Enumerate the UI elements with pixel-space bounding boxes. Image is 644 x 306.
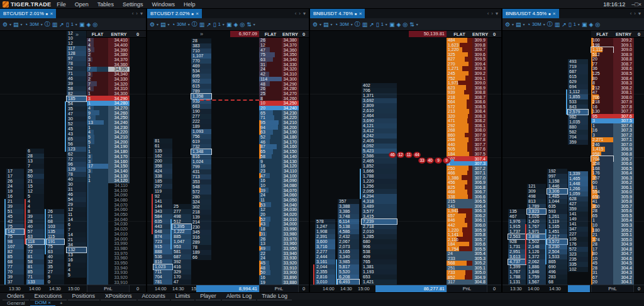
price-cell[interactable]: 34,220 [282,115,299,120]
price-cell[interactable]: 33,920 [108,275,130,280]
order-cell[interactable] [130,207,146,212]
order-cell[interactable] [487,85,501,90]
order-cell[interactable] [634,109,644,114]
order-cell[interactable] [487,137,501,142]
size-cell[interactable]: 246 [591,142,613,147]
price-cell[interactable]: 33,930 [108,270,130,275]
price-cell[interactable]: 306.5 [472,199,487,204]
price-cell[interactable]: 34,370 [282,43,299,48]
size-cell[interactable]: 16 [259,164,282,169]
price-cell[interactable]: 34,090 [282,178,299,183]
price-cell[interactable]: 34,060 [108,207,130,212]
price-cell[interactable]: 34,280 [282,86,299,91]
order-cell[interactable] [299,139,309,144]
size-cell[interactable] [87,270,108,275]
order-cell[interactable] [487,66,501,71]
price-cell[interactable]: 34,190 [282,130,299,135]
size-cell[interactable]: 198 [591,43,613,48]
size-cell[interactable]: 22 [259,251,282,256]
size-cell[interactable]: 63 [259,130,282,135]
size-cell[interactable]: 1 [87,91,108,96]
order-cell[interactable] [634,223,644,228]
size-cell[interactable]: 20 [591,280,613,285]
size-cell[interactable]: 317 [447,280,472,285]
size-cell[interactable] [87,265,108,270]
price-cell[interactable]: 306.3 [472,208,487,213]
price-cell[interactable]: 307.1 [472,171,487,176]
order-cell[interactable] [487,246,501,251]
menu-item-file[interactable]: File [52,1,70,8]
order-cell[interactable] [130,261,146,266]
order-cell[interactable] [299,77,309,82]
price-cell[interactable]: 304.8 [613,246,634,251]
order-cell[interactable] [487,118,501,123]
price-cell[interactable]: 307.7 [472,142,487,147]
order-cell[interactable] [634,166,644,171]
price-cell[interactable]: 33,980 [108,246,130,251]
price-cell[interactable]: 305.5 [613,213,634,218]
price-cell[interactable]: 305.7 [472,237,487,242]
order-cell[interactable] [634,128,644,133]
price-cell[interactable]: 304.8 [472,280,487,285]
size-cell[interactable]: 564 [447,99,472,105]
price-cell[interactable]: 33,940 [282,251,299,256]
chevron-down-icon[interactable]: ▾ [638,11,641,16]
order-cell[interactable] [130,125,146,130]
order-cell[interactable] [299,212,309,217]
size-cell[interactable]: 65 [259,149,282,154]
depth-icon[interactable]: ▥ [362,21,368,28]
price-cell[interactable]: 306.4 [472,204,487,209]
order-cell[interactable] [487,270,501,275]
order-cell[interactable] [130,270,146,275]
price-cell[interactable]: 34,000 [108,236,130,241]
doc-icon[interactable]: ▯ [213,21,216,28]
order-cell[interactable] [634,275,644,280]
price-cell[interactable]: 305.8 [472,232,487,237]
chevron-down-icon[interactable]: ▾ [140,11,143,16]
doc-icon[interactable]: ▯ [66,21,69,28]
info-icon[interactable]: ⓘ [355,20,360,28]
price-cell[interactable]: 34,150 [108,164,130,169]
size-cell[interactable]: 180 [591,227,613,232]
price-cell[interactable]: 304.3 [613,270,634,275]
price-cell[interactable]: 34,360 [108,62,130,67]
size-cell[interactable]: 1,220 [447,227,472,232]
size-cell[interactable]: 505 [447,147,472,152]
price-cell[interactable]: 33,910 [282,265,299,270]
order-cell[interactable] [634,251,644,256]
size-cell[interactable]: 1 [87,144,108,149]
price-cell[interactable]: 33,940 [108,265,130,270]
size-cell[interactable]: 13 [259,241,282,246]
size-cell[interactable]: 218 [591,99,613,105]
price-cell[interactable]: 34,340 [282,57,299,62]
order-cell[interactable] [130,212,146,217]
price-cell[interactable]: 34,140 [108,169,130,174]
size-cell[interactable] [87,198,108,203]
price-cell[interactable]: 308.4 [472,109,487,114]
price-cell[interactable]: 34,330 [108,77,130,82]
order-cell[interactable] [634,227,644,232]
folder-icon[interactable]: ▤ [323,21,329,28]
size-cell[interactable]: 80 [591,251,613,256]
size-cell[interactable]: 25 [259,91,282,96]
size-cell[interactable]: 4 [87,86,108,91]
size-cell[interactable]: 358 [591,161,613,166]
folder-icon[interactable]: ▤ [160,21,166,28]
price-cell[interactable]: 34,140 [282,154,299,159]
size-cell[interactable]: 43 [259,222,282,227]
wrench-icon[interactable]: ⚙ [150,21,155,28]
price-cell[interactable]: 306.6 [613,161,634,166]
price-cell[interactable]: 34,160 [282,144,299,149]
depth-icon[interactable]: ▥ [52,21,58,28]
price-cell[interactable]: 309.0 [472,81,487,86]
size-cell[interactable]: 1 [87,149,108,154]
order-cell[interactable] [487,256,501,261]
order-cell[interactable] [634,246,644,251]
size-cell[interactable]: 657 [447,213,472,218]
size-cell[interactable]: 47 [591,90,613,95]
size-cell[interactable]: 52 [259,135,282,140]
size-cell[interactable]: 752 [447,76,472,81]
order-cell[interactable] [487,76,501,81]
price-cell[interactable]: 34,200 [108,139,130,144]
size-cell[interactable]: 4 [87,130,108,135]
